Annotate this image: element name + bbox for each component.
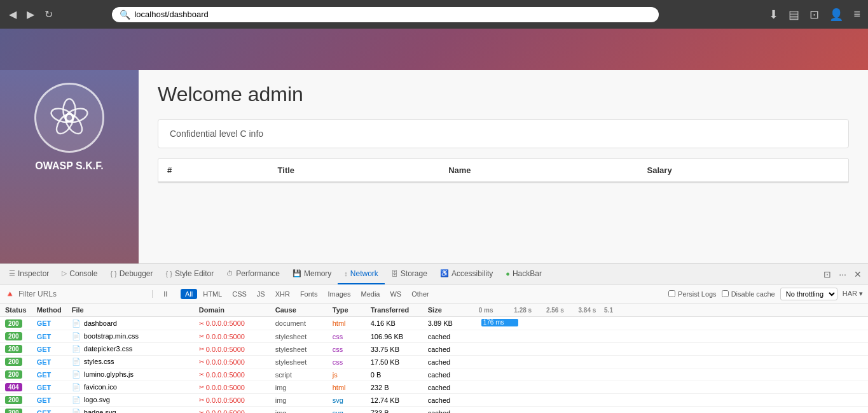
table-row[interactable]: 200 GET 📄 badge.svg ✂ 0.0.0.0:5000 img s…	[0, 407, 868, 414]
tab-memory[interactable]: 💾 Memory	[286, 264, 338, 284]
file-cell[interactable]: 📄 badge.svg	[67, 407, 194, 414]
domain-icon: ✂	[199, 396, 204, 403]
domain-label: ✂ 0.0.0.0:5000	[199, 358, 265, 366]
sync-button[interactable]: ⊡	[807, 6, 822, 23]
domain-cell: ✂ 0.0.0.0:5000	[194, 394, 270, 407]
tab-memory-label: Memory	[304, 269, 331, 278]
responsive-design-button[interactable]: ⊡	[820, 267, 835, 282]
cause-cell: stylesheet	[270, 343, 327, 356]
filter-input[interactable]	[18, 290, 146, 298]
table-row[interactable]: 200 GET 📄 bootstrap.min.css ✂ 0.0.0.0:50…	[0, 330, 868, 343]
file-name: badge.svg	[84, 409, 116, 413]
method-label: GET	[37, 371, 52, 379]
transferred-cell: 106.96 KB	[366, 330, 423, 343]
more-options-button[interactable]: ···	[835, 267, 850, 282]
timeline-cell	[474, 356, 868, 368]
filter-js[interactable]: JS	[252, 289, 270, 299]
filter-media[interactable]: Media	[356, 289, 384, 299]
close-devtools-button[interactable]: ✕	[850, 267, 865, 282]
filter-css[interactable]: CSS	[228, 289, 251, 299]
devtools-toolbar: ☰ Inspector ▷ Console { } Debugger { } S…	[0, 264, 868, 284]
tab-style-editor[interactable]: { } Style Editor	[160, 264, 221, 284]
file-name: lumino.glyphs.js	[84, 370, 134, 378]
info-box: Confidential level C info	[158, 119, 849, 148]
filter-xhr[interactable]: XHR	[271, 289, 294, 299]
pause-button[interactable]: ⏸	[159, 290, 172, 298]
method-cell: GET	[32, 330, 67, 343]
status-cell: 404	[0, 381, 32, 394]
size-cell: cached	[423, 394, 474, 407]
filter-ws[interactable]: WS	[385, 289, 406, 299]
tab-hackbar-label: HackBar	[513, 269, 542, 278]
download-button[interactable]: ⬇	[766, 6, 781, 23]
th-type: Type	[327, 304, 366, 317]
tab-network[interactable]: ↕ Network	[338, 264, 385, 284]
file-cell[interactable]: 📄 lumino.glyphs.js	[67, 368, 194, 381]
timeline-cell: 176 ms	[474, 317, 868, 330]
tab-console[interactable]: ▷ Console	[55, 264, 104, 284]
har-button[interactable]: HAR ▾	[843, 290, 863, 298]
file-name: bootstrap.min.css	[84, 332, 139, 340]
domain-label: ✂ 0.0.0.0:5000	[199, 346, 265, 353]
file-icon: 📄	[72, 332, 81, 340]
style-editor-icon: { }	[166, 270, 172, 277]
back-button[interactable]: ◀	[5, 6, 20, 23]
file-cell[interactable]: 📄 styles.css	[67, 356, 194, 368]
status-badge: 200	[5, 396, 22, 404]
tab-storage[interactable]: 🗄 Storage	[385, 264, 434, 284]
persist-logs-label[interactable]: Persist Logs	[668, 290, 717, 298]
disable-cache-label[interactable]: Disable cache	[722, 290, 775, 298]
tab-hackbar[interactable]: ● HackBar	[499, 264, 548, 284]
timeline-cell	[474, 394, 868, 407]
domain-label: ✂ 0.0.0.0:5000	[199, 409, 265, 414]
table-row[interactable]: 200 GET 📄 logo.svg ✂ 0.0.0.0:5000 img sv…	[0, 394, 868, 407]
tab-performance[interactable]: ⏱ Performance	[220, 264, 286, 284]
browser-actions: ⬇ ▤ ⊡ 👤 ≡	[766, 6, 863, 23]
status-badge: 404	[5, 383, 22, 391]
type-cell: js	[327, 368, 366, 381]
reload-button[interactable]: ↻	[41, 6, 57, 23]
timeline-cell	[474, 330, 868, 343]
menu-button[interactable]: ≡	[851, 6, 863, 22]
throttling-select[interactable]: No throttling Fast 3G Slow 3G Offline	[780, 288, 837, 300]
method-label: GET	[37, 409, 52, 414]
url-input[interactable]	[134, 10, 651, 19]
filter-other[interactable]: Other	[407, 289, 434, 299]
bookmarks-button[interactable]: ▤	[786, 6, 802, 23]
disable-cache-checkbox[interactable]	[722, 290, 729, 297]
file-cell[interactable]: 📄 favicon.ico	[67, 381, 194, 394]
file-cell[interactable]: 📄 dashboard	[67, 317, 194, 330]
hackbar-icon: ●	[506, 270, 510, 277]
tab-accessibility[interactable]: ♿ Accessibility	[434, 264, 499, 284]
table-row[interactable]: 200 GET 📄 datepicker3.css ✂ 0.0.0.0:5000…	[0, 343, 868, 356]
filter-images[interactable]: Images	[323, 289, 355, 299]
address-bar: 🔍	[112, 7, 659, 22]
domain-cell: ✂ 0.0.0.0:5000	[194, 356, 270, 368]
table-row[interactable]: 404 GET 📄 favicon.ico ✂ 0.0.0.0:5000 img…	[0, 381, 868, 394]
filter-html[interactable]: HTML	[198, 289, 226, 299]
table-row[interactable]: 200 GET 📄 dashboard ✂ 0.0.0.0:5000 docum…	[0, 317, 868, 330]
file-cell[interactable]: 📄 logo.svg	[67, 394, 194, 407]
table-row[interactable]: 200 GET 📄 styles.css ✂ 0.0.0.0:5000 styl…	[0, 356, 868, 368]
persist-logs-checkbox[interactable]	[668, 290, 675, 297]
file-cell[interactable]: 📄 datepicker3.css	[67, 343, 194, 356]
status-cell: 200	[0, 394, 32, 407]
tab-debugger-label: Debugger	[120, 269, 153, 278]
file-cell[interactable]: 📄 bootstrap.min.css	[67, 330, 194, 343]
method-cell: GET	[32, 317, 67, 330]
data-table: # Title Name Salary	[158, 159, 848, 183]
type-cell: html	[327, 381, 366, 394]
method-cell: GET	[32, 407, 67, 414]
table-row[interactable]: 200 GET 📄 lumino.glyphs.js ✂ 0.0.0.0:500…	[0, 368, 868, 381]
forward-button[interactable]: ▶	[23, 6, 38, 23]
tab-debugger[interactable]: { } Debugger	[104, 264, 159, 284]
persist-logs-text: Persist Logs	[678, 290, 717, 298]
status-cell: 200	[0, 368, 32, 381]
size-cell: cached	[423, 407, 474, 414]
disable-cache-text: Disable cache	[731, 290, 775, 298]
filter-all[interactable]: All	[181, 289, 197, 299]
filter-icon: 🔺	[5, 290, 15, 298]
tab-inspector[interactable]: ☰ Inspector	[3, 264, 55, 284]
avatar-button[interactable]: 👤	[827, 6, 846, 23]
filter-fonts[interactable]: Fonts	[296, 289, 322, 299]
